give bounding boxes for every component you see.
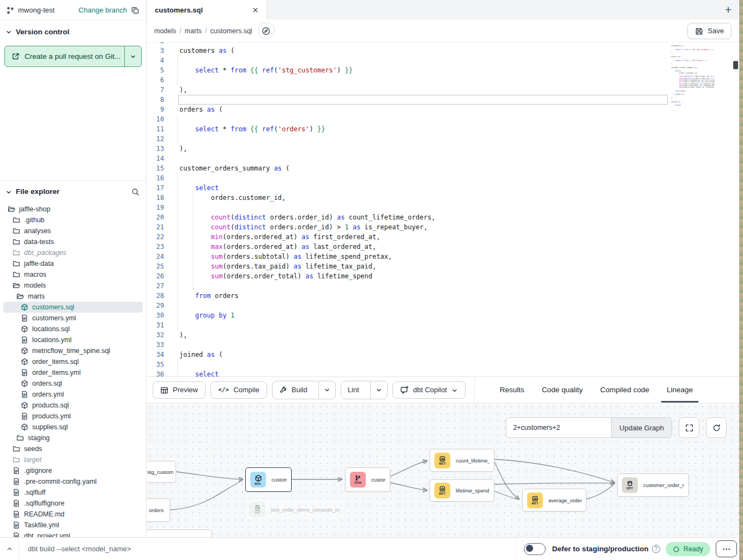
file-tree-item[interactable]: locations.yml xyxy=(3,334,143,345)
file-explorer-header[interactable]: File explorer xyxy=(0,181,146,199)
file-tree-item[interactable]: locations.sql xyxy=(3,324,143,334)
version-control-header[interactable]: Version control xyxy=(0,20,146,39)
breadcrumb: models/marts/customers.sql xyxy=(154,27,252,35)
lineage-node-customers[interactable]: MDLcustomers xyxy=(245,467,292,492)
collapse-chevron-up-icon[interactable] xyxy=(0,545,19,552)
preview-button[interactable]: Preview xyxy=(153,381,206,399)
dbt-copilot-button[interactable]: dbt Copilot xyxy=(392,381,466,399)
copy-icon[interactable] xyxy=(131,5,140,15)
file-tree-item[interactable]: .github xyxy=(3,215,143,226)
build-menu-chevron[interactable] xyxy=(318,381,335,399)
file-tree-item[interactable]: .pre-commit-config.yaml xyxy=(3,476,143,487)
file-tree-item[interactable]: jaffle-shop xyxy=(3,204,143,215)
file-tree-item[interactable]: products.yml xyxy=(3,411,143,422)
create-pr-menu-chevron[interactable] xyxy=(124,46,141,66)
file-name: Taskfile.yml xyxy=(24,521,59,529)
dbt-command-input[interactable] xyxy=(19,545,516,553)
refresh-button[interactable] xyxy=(706,417,727,438)
lineage-node-test-order-items-compute-to-bools[interactable]: TSTtest_order_items_compute_to_bools... xyxy=(245,498,345,521)
lineage-controls: Update Graph xyxy=(506,417,727,438)
file-tree-item[interactable]: staging xyxy=(3,433,143,443)
lineage-node-orders[interactable]: orders xyxy=(147,498,170,522)
file-tree-item[interactable]: products.sql xyxy=(3,400,143,411)
new-tab-button[interactable]: + xyxy=(725,0,732,20)
fullscreen-button[interactable] xyxy=(679,417,699,438)
file-tree-item[interactable]: .gitignore xyxy=(3,465,143,476)
compile-button[interactable]: </> Compile xyxy=(210,381,267,399)
compass-icon-button[interactable] xyxy=(258,22,275,39)
model-icon xyxy=(21,423,28,431)
model-icon xyxy=(21,347,28,355)
file-icon xyxy=(21,391,28,399)
node-label: average_order_value xyxy=(548,497,582,503)
folder-icon xyxy=(13,445,20,453)
file-name: .sqlfluffignore xyxy=(24,500,64,507)
folder-open-icon xyxy=(8,205,15,214)
file-icon xyxy=(21,412,28,421)
defer-toggle[interactable] xyxy=(524,543,546,555)
lineage-node-average-order-value[interactable]: METaverage_order_value xyxy=(522,489,587,512)
file-tree-item[interactable]: README.md xyxy=(3,509,143,520)
file-tree-item[interactable]: order_items.sql xyxy=(3,356,143,367)
file-tree-item[interactable]: models xyxy=(3,280,143,291)
file-tree-item[interactable]: data-tests xyxy=(3,236,143,247)
update-graph-button[interactable]: Update Graph xyxy=(611,418,672,437)
lineage-node[interactable] xyxy=(147,529,212,537)
lineage-panel[interactable]: stg_customersordersMDLcustomersSEMcustom… xyxy=(147,403,739,537)
help-icon[interactable]: ? xyxy=(652,545,660,553)
file-tree-item[interactable]: macros xyxy=(3,269,143,280)
model-icon xyxy=(21,303,28,312)
file-tree-item[interactable]: dbt_project.yml xyxy=(3,531,143,537)
version-control-section: Version control Create a pull request on… xyxy=(0,20,146,181)
more-options-button[interactable]: ⋯ xyxy=(716,540,737,557)
file-tree-item[interactable]: marts xyxy=(3,291,143,302)
lineage-selector-input[interactable] xyxy=(506,418,611,437)
lint-button-group: Lint xyxy=(341,381,388,399)
file-name: products.yml xyxy=(32,412,71,420)
file-name: dbt_project.yml xyxy=(24,532,70,537)
tab-results[interactable]: Results xyxy=(491,377,533,403)
save-button[interactable]: Save xyxy=(687,23,732,39)
tst-badge-icon: TST xyxy=(250,502,265,518)
file-tree-item[interactable]: customers.yml xyxy=(3,313,143,324)
file-tree-item[interactable]: order_items.yml xyxy=(3,367,143,378)
status-badge[interactable]: Ready xyxy=(666,542,710,556)
breadcrumb-separator: / xyxy=(205,27,207,35)
create-pr-button[interactable]: Create a pull request on Git... xyxy=(4,46,142,67)
file-tree-item[interactable]: analyses xyxy=(3,226,143,236)
file-tree-item[interactable]: target xyxy=(3,454,143,465)
tab-lineage[interactable]: Lineage xyxy=(658,377,702,403)
tab-compiled-code[interactable]: Compiled code xyxy=(591,377,658,403)
minimap[interactable]: customers as ( select * from {{ ref('stg… xyxy=(671,44,715,125)
file-tree-item[interactable]: dbt_packages xyxy=(3,247,143,258)
lint-menu-chevron[interactable] xyxy=(370,381,387,399)
lineage-node-customers[interactable]: SEMcustomers xyxy=(345,467,390,492)
lineage-node-customer-order-metrics[interactable]: QRYcustomer_order_metrics xyxy=(617,473,689,497)
file-tree-item[interactable]: jaffle-data xyxy=(3,258,143,269)
file-tree-item[interactable]: customers.sql xyxy=(3,302,143,313)
editor-scrollbar-thumb[interactable] xyxy=(733,61,738,69)
tab-code-quality[interactable]: Code quality xyxy=(533,377,591,403)
lineage-node-lifetime-spend-pretax[interactable]: METlifetime_spend_pretax xyxy=(430,479,494,502)
lineage-node-stg-customers[interactable]: stg_customers xyxy=(147,461,176,483)
file-name: analyses xyxy=(24,227,51,235)
build-button[interactable]: Build xyxy=(273,381,314,399)
file-tree-item[interactable]: supplies.sql xyxy=(3,422,143,433)
editor-tab-customers-sql[interactable]: customers.sql xyxy=(147,0,267,20)
file-tree-item[interactable]: seeds xyxy=(3,443,143,454)
search-icon[interactable] xyxy=(131,187,140,196)
lint-button[interactable]: Lint xyxy=(341,381,366,399)
change-branch-link[interactable]: Change branch xyxy=(78,6,127,14)
file-tree-item[interactable]: metricflow_time_spine.sql xyxy=(3,345,143,356)
save-label: Save xyxy=(708,27,724,35)
file-tree-item[interactable]: Taskfile.yml xyxy=(3,520,143,531)
file-tree-item[interactable]: orders.sql xyxy=(3,378,143,389)
file-name: customers.yml xyxy=(32,314,76,322)
lineage-node-count-lifetime-orders[interactable]: METcount_lifetime_orders xyxy=(430,449,494,472)
file-tree-item[interactable]: .sqlfluff xyxy=(3,487,143,498)
file-tree-item[interactable]: orders.yml xyxy=(3,389,143,400)
close-tab-icon[interactable] xyxy=(252,5,259,15)
preview-label: Preview xyxy=(173,386,198,394)
file-tree-item[interactable]: .sqlfluffignore xyxy=(3,498,143,509)
code-editor[interactable]: 2345678910111213141516171819202122232425… xyxy=(147,42,739,376)
